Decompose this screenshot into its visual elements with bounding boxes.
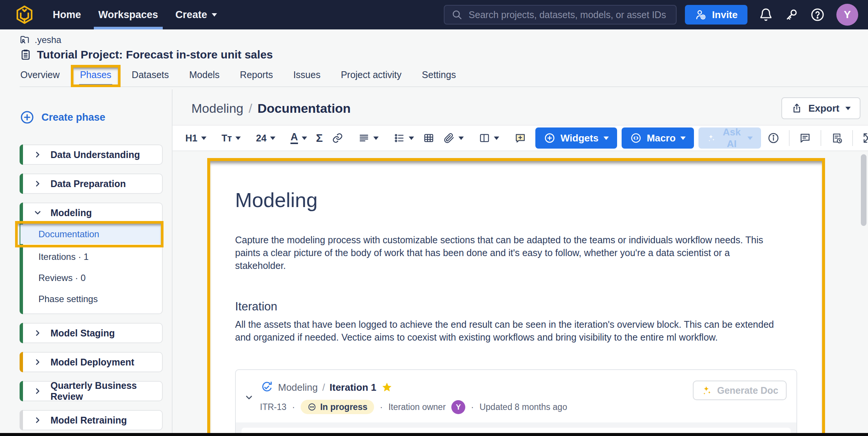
chevron-down-icon xyxy=(302,137,307,140)
create-phase-label: Create phase xyxy=(41,112,105,123)
chevron-right-icon xyxy=(33,358,42,367)
font-size-select[interactable]: 24 xyxy=(251,129,280,147)
owner-avatar[interactable]: Y xyxy=(451,400,465,414)
info-button[interactable] xyxy=(761,132,786,144)
macro-code-icon xyxy=(630,132,642,144)
project-tabs: Overview Phases Datasets Models Reports … xyxy=(20,67,868,87)
user-avatar[interactable]: Y xyxy=(836,4,858,26)
workspace-name: .yesha xyxy=(35,35,61,45)
font-family-select[interactable]: Tт xyxy=(217,129,246,147)
phase-status-accent xyxy=(20,410,23,430)
create-phase-button[interactable]: Create phase xyxy=(20,110,163,125)
tab-overview[interactable]: Overview xyxy=(20,67,60,86)
phase-model-deployment[interactable]: Model Deployment xyxy=(20,353,162,372)
iteration-name[interactable]: Iteration 1 xyxy=(330,382,376,393)
plus-circle-icon xyxy=(544,132,556,144)
phase-card-quarterly-business-review: Quarterly Business Review xyxy=(20,381,163,401)
section-model-input-data[interactable]: Model Input Data xyxy=(241,428,791,433)
vertical-scrollbar[interactable] xyxy=(861,154,866,226)
generate-doc-button[interactable]: Generate Doc xyxy=(693,381,787,400)
sidebar-item-reviews[interactable]: Reviews · 0 xyxy=(20,267,162,289)
phase-label: Model Retraining xyxy=(50,415,127,426)
formula-button[interactable]: Σ xyxy=(312,129,327,147)
tab-phases[interactable]: Phases xyxy=(79,67,112,86)
phase-label: Data Understanding xyxy=(50,149,140,160)
status-label: In progress xyxy=(320,402,367,412)
fullscreen-button[interactable] xyxy=(856,132,868,144)
breadcrumb-parent[interactable]: Modeling xyxy=(191,101,243,116)
sidebar-item-documentation[interactable]: Documentation xyxy=(20,224,162,244)
sidebar-item-iterations[interactable]: Iterations · 1 xyxy=(20,246,162,267)
widgets-button[interactable]: Widgets xyxy=(535,127,617,149)
link-button[interactable] xyxy=(327,129,348,147)
phase-label: Data Preparation xyxy=(50,178,126,189)
ask-ai-button[interactable]: Ask AI xyxy=(698,127,761,149)
phases-sidebar: Create phase Data Understanding Data Pre… xyxy=(0,89,173,433)
text-color-select[interactable]: A xyxy=(286,129,312,147)
phase-label: Modeling xyxy=(50,207,92,218)
heading-select[interactable]: H1 xyxy=(181,129,211,147)
chevron-down-icon xyxy=(373,137,379,140)
macro-button[interactable]: Macro xyxy=(622,127,694,149)
tab-phases-label: Phases xyxy=(80,69,111,80)
phase-card-model-retraining: Model Retraining xyxy=(20,410,163,430)
phase-label: Model Deployment xyxy=(50,357,134,368)
iteration-card: Modeling / Iteration 1 ITR-13 · xyxy=(235,369,797,433)
comment-plus-icon xyxy=(514,132,526,144)
phase-model-retraining[interactable]: Model Retraining xyxy=(20,411,162,430)
editor-toolbar: H1 Tт 24 A Σ xyxy=(173,125,868,151)
generate-doc-label: Generate Doc xyxy=(717,385,778,396)
nav-workspaces[interactable]: Workspaces xyxy=(98,0,158,29)
phase-card-data-preparation: Data Preparation xyxy=(20,173,163,194)
tab-models[interactable]: Models xyxy=(188,67,220,86)
phase-data-understanding[interactable]: Data Understanding xyxy=(20,145,162,164)
phase-card-data-understanding: Data Understanding xyxy=(20,144,163,165)
phase-data-preparation[interactable]: Data Preparation xyxy=(20,174,162,193)
phase-status-accent xyxy=(20,323,23,343)
phase-model-staging[interactable]: Model Staging xyxy=(20,324,162,342)
project-header: .yesha Tutorial Project: Forecast in-sto… xyxy=(0,29,868,89)
table-button[interactable] xyxy=(419,129,439,147)
api-key-icon[interactable] xyxy=(784,8,799,22)
phase-modeling[interactable]: Modeling xyxy=(20,203,162,222)
vectice-logo-icon[interactable] xyxy=(14,5,35,25)
phase-quarterly-business-review[interactable]: Quarterly Business Review xyxy=(20,382,162,401)
comments-panel-button[interactable] xyxy=(793,132,818,144)
tab-reports[interactable]: Reports xyxy=(239,67,274,86)
section-title: Iteration xyxy=(235,300,797,313)
align-select[interactable] xyxy=(354,129,383,147)
tab-issues[interactable]: Issues xyxy=(292,67,321,86)
nav-create[interactable]: Create xyxy=(176,0,217,29)
chevron-right-icon xyxy=(33,179,42,188)
global-search[interactable] xyxy=(444,5,677,25)
sidebar-item-phase-settings[interactable]: Phase settings xyxy=(20,289,162,310)
add-comment-button[interactable] xyxy=(510,129,531,147)
text-color-label: A xyxy=(290,132,298,144)
tab-settings[interactable]: Settings xyxy=(421,67,457,86)
workspace-breadcrumb[interactable]: .yesha xyxy=(20,35,868,45)
nav-home[interactable]: Home xyxy=(53,0,81,29)
collapse-chevron-icon[interactable] xyxy=(244,393,254,404)
in-progress-icon xyxy=(307,402,316,411)
help-icon[interactable] xyxy=(810,7,825,22)
export-button[interactable]: Export xyxy=(781,97,860,119)
chevron-down-icon xyxy=(201,137,206,140)
notifications-bell-icon[interactable] xyxy=(759,8,773,22)
breadcrumb: Modeling / Documentation xyxy=(191,101,351,116)
search-input[interactable] xyxy=(468,9,669,21)
workspace-icon xyxy=(20,35,30,45)
tab-project-activity[interactable]: Project activity xyxy=(340,67,402,86)
tab-datasets[interactable]: Datasets xyxy=(131,67,170,86)
list-select[interactable] xyxy=(389,129,419,147)
version-history-button[interactable] xyxy=(824,132,849,144)
widgets-label: Widgets xyxy=(561,132,599,144)
sparkle-icon xyxy=(701,385,712,396)
chevron-down-icon xyxy=(747,137,753,140)
invite-button[interactable]: Invite xyxy=(685,5,747,25)
attachment-select[interactable] xyxy=(439,129,468,147)
layout-columns-select[interactable] xyxy=(474,129,504,147)
document-page[interactable]: Modeling Capture the modeling process wi… xyxy=(207,158,825,433)
nav-create-label: Create xyxy=(176,9,207,21)
iteration-phase[interactable]: Modeling xyxy=(278,382,318,393)
star-icon[interactable] xyxy=(381,381,393,393)
